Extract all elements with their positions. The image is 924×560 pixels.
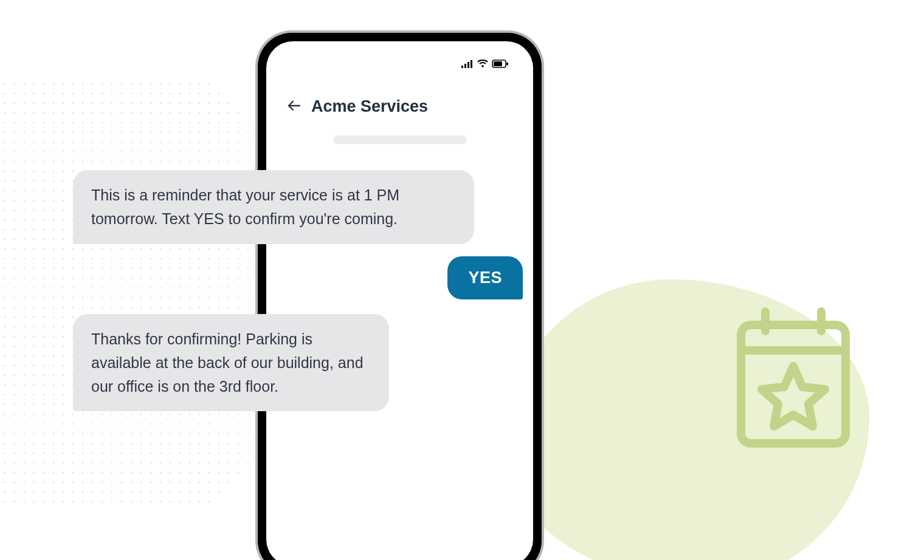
status-bar (461, 60, 509, 70)
battery-icon (492, 60, 509, 70)
svg-rect-5 (464, 64, 466, 68)
message-sent: YES (447, 256, 523, 299)
chat-title: Acme Services (311, 97, 428, 116)
svg-rect-4 (461, 66, 463, 68)
phone-screen: Acme Services (266, 41, 533, 560)
message-text: Thanks for confirming! Parking is availa… (91, 330, 364, 395)
loading-placeholder (333, 135, 467, 144)
svg-rect-7 (471, 60, 472, 68)
svg-rect-0 (741, 325, 846, 443)
svg-point-8 (481, 65, 484, 67)
calendar-star-icon (733, 307, 854, 455)
message-received: This is a reminder that your service is … (73, 170, 474, 244)
message-text: YES (468, 268, 502, 287)
chat-header: Acme Services (266, 41, 533, 125)
svg-rect-6 (467, 62, 469, 68)
signal-icon (461, 60, 474, 70)
svg-rect-10 (494, 61, 502, 66)
svg-rect-11 (506, 63, 508, 66)
message-text: This is a reminder that your service is … (91, 186, 399, 227)
back-arrow-icon[interactable] (287, 98, 302, 115)
wifi-icon (477, 60, 488, 70)
message-received: Thanks for confirming! Parking is availa… (73, 314, 389, 411)
